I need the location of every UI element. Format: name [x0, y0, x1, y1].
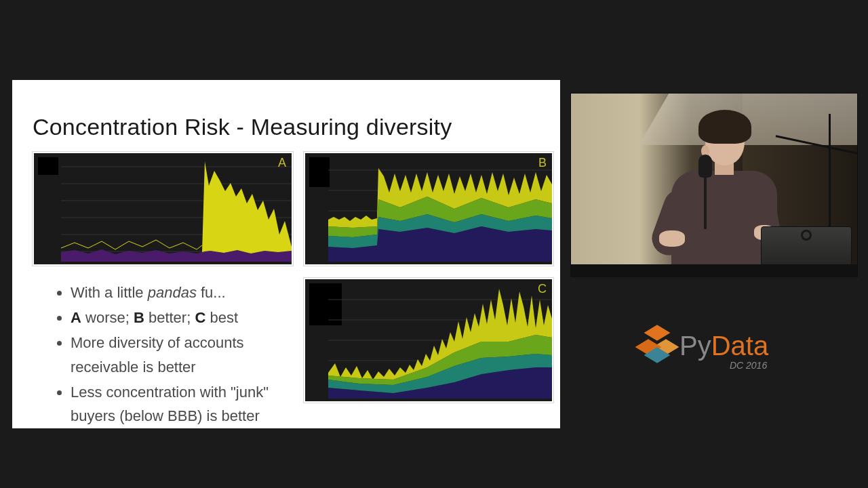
logo-subtitle: DC 2016 [730, 360, 767, 371]
chart-b-label: B [538, 156, 547, 170]
slide-title: Concentration Risk - Measuring diversity [33, 114, 452, 140]
chart-c-plot [305, 279, 555, 404]
logo-data: Data [711, 331, 769, 361]
chart-b-plot [305, 153, 555, 267]
chart-a-panel: A [33, 152, 293, 266]
logo-py: Py [679, 331, 711, 361]
bullet-4: Less concentration with "junk" buyers (b… [71, 380, 308, 428]
chart-c-label: C [538, 282, 547, 296]
pydata-logo-text: PyData DC 2016 [679, 331, 768, 361]
microphone-icon [698, 155, 712, 178]
video-frame: Concentration Risk - Measuring diversity… [0, 0, 868, 488]
bullet-3: More diversity of accounts receivable is… [71, 331, 308, 378]
presentation-slide: Concentration Risk - Measuring diversity… [12, 80, 560, 428]
chart-a-label: A [278, 156, 286, 170]
chart-c-panel: C [304, 278, 553, 403]
slide-bullets: With a little pandas fu... A worse; B be… [54, 281, 308, 429]
pydata-logo: PyData DC 2016 [637, 315, 807, 376]
chart-b-panel: B [304, 152, 553, 266]
bullet-2: A worse; B better; C best [71, 306, 308, 329]
pydata-logo-cubes-icon [637, 322, 675, 369]
chart-a-plot [34, 153, 294, 267]
speaker-camera-feed [571, 94, 857, 277]
bullet-1: With a little pandas fu... [71, 281, 308, 304]
